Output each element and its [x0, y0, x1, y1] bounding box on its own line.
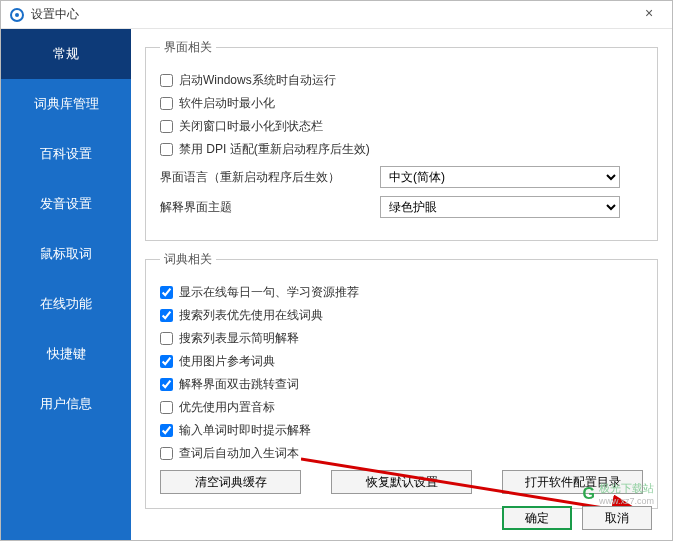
cancel-button[interactable]: 取消: [582, 506, 652, 530]
dict-check-label-7: 查词后自动加入生词本: [179, 445, 299, 462]
ui-check-checkbox-3[interactable]: [160, 143, 173, 156]
dict-check-checkbox-1[interactable]: [160, 309, 173, 322]
ok-button[interactable]: 确定: [502, 506, 572, 530]
clear-cache-button[interactable]: 清空词典缓存: [160, 470, 301, 494]
restore-defaults-button[interactable]: 恢复默认设置: [331, 470, 472, 494]
theme-select[interactable]: 绿色护眼: [380, 196, 620, 218]
footer: 确定 取消: [502, 506, 652, 530]
dict-check-label-1: 搜索列表优先使用在线词典: [179, 307, 323, 324]
ui-check-row-1: 软件启动时最小化: [160, 95, 643, 112]
svg-point-1: [15, 13, 19, 17]
theme-label: 解释界面主题: [160, 199, 380, 216]
dict-check-checkbox-5[interactable]: [160, 401, 173, 414]
main-panel: 界面相关 启动Windows系统时自动运行软件启动时最小化关闭窗口时最小化到状态…: [131, 29, 672, 540]
ui-check-label-1: 软件启动时最小化: [179, 95, 275, 112]
ui-check-row-0: 启动Windows系统时自动运行: [160, 72, 643, 89]
window-title: 设置中心: [31, 6, 634, 23]
sidebar-item-2[interactable]: 百科设置: [1, 129, 131, 179]
dict-check-row-4: 解释界面双击跳转查词: [160, 376, 643, 393]
dict-check-label-2: 搜索列表显示简明解释: [179, 330, 299, 347]
ui-check-checkbox-1[interactable]: [160, 97, 173, 110]
language-row: 界面语言（重新启动程序后生效） 中文(简体): [160, 166, 643, 188]
ui-check-checkbox-2[interactable]: [160, 120, 173, 133]
settings-window: 设置中心 × 常规词典库管理百科设置发音设置鼠标取词在线功能快捷键用户信息 界面…: [0, 0, 673, 541]
ui-check-label-0: 启动Windows系统时自动运行: [179, 72, 336, 89]
sidebar-item-5[interactable]: 在线功能: [1, 279, 131, 329]
open-config-dir-button[interactable]: 打开软件配置目录: [502, 470, 643, 494]
ui-check-label-2: 关闭窗口时最小化到状态栏: [179, 118, 323, 135]
dict-check-row-6: 输入单词时即时提示解释: [160, 422, 643, 439]
body: 常规词典库管理百科设置发音设置鼠标取词在线功能快捷键用户信息 界面相关 启动Wi…: [1, 29, 672, 540]
dict-check-label-0: 显示在线每日一句、学习资源推荐: [179, 284, 359, 301]
sidebar-item-7[interactable]: 用户信息: [1, 379, 131, 429]
dict-buttons: 清空词典缓存 恢复默认设置 打开软件配置目录: [160, 470, 643, 494]
sidebar-item-4[interactable]: 鼠标取词: [1, 229, 131, 279]
dict-check-checkbox-7[interactable]: [160, 447, 173, 460]
dict-check-checkbox-4[interactable]: [160, 378, 173, 391]
ui-check-row-2: 关闭窗口时最小化到状态栏: [160, 118, 643, 135]
ui-group: 界面相关 启动Windows系统时自动运行软件启动时最小化关闭窗口时最小化到状态…: [145, 39, 658, 241]
dict-check-row-7: 查词后自动加入生词本: [160, 445, 643, 462]
app-icon: [9, 7, 25, 23]
sidebar-item-1[interactable]: 词典库管理: [1, 79, 131, 129]
dict-check-checkbox-2[interactable]: [160, 332, 173, 345]
dict-check-row-5: 优先使用内置音标: [160, 399, 643, 416]
sidebar: 常规词典库管理百科设置发音设置鼠标取词在线功能快捷键用户信息: [1, 29, 131, 540]
dict-check-row-2: 搜索列表显示简明解释: [160, 330, 643, 347]
ui-group-legend: 界面相关: [160, 39, 216, 56]
titlebar: 设置中心 ×: [1, 1, 672, 29]
dict-check-checkbox-3[interactable]: [160, 355, 173, 368]
dict-group: 词典相关 显示在线每日一句、学习资源推荐搜索列表优先使用在线词典搜索列表显示简明…: [145, 251, 658, 509]
ui-check-checkbox-0[interactable]: [160, 74, 173, 87]
sidebar-item-3[interactable]: 发音设置: [1, 179, 131, 229]
dict-check-checkbox-6[interactable]: [160, 424, 173, 437]
sidebar-item-6[interactable]: 快捷键: [1, 329, 131, 379]
dict-check-row-3: 使用图片参考词典: [160, 353, 643, 370]
dict-check-label-4: 解释界面双击跳转查词: [179, 376, 299, 393]
dict-check-row-0: 显示在线每日一句、学习资源推荐: [160, 284, 643, 301]
theme-row: 解释界面主题 绿色护眼: [160, 196, 643, 218]
dict-group-legend: 词典相关: [160, 251, 216, 268]
ui-check-row-3: 禁用 DPI 适配(重新启动程序后生效): [160, 141, 643, 158]
ui-check-label-3: 禁用 DPI 适配(重新启动程序后生效): [179, 141, 370, 158]
language-select[interactable]: 中文(简体): [380, 166, 620, 188]
close-icon[interactable]: ×: [634, 5, 664, 25]
dict-check-label-3: 使用图片参考词典: [179, 353, 275, 370]
dict-check-label-5: 优先使用内置音标: [179, 399, 275, 416]
dict-check-checkbox-0[interactable]: [160, 286, 173, 299]
sidebar-item-0[interactable]: 常规: [1, 29, 131, 79]
dict-check-row-1: 搜索列表优先使用在线词典: [160, 307, 643, 324]
language-label: 界面语言（重新启动程序后生效）: [160, 169, 380, 186]
dict-check-label-6: 输入单词时即时提示解释: [179, 422, 311, 439]
